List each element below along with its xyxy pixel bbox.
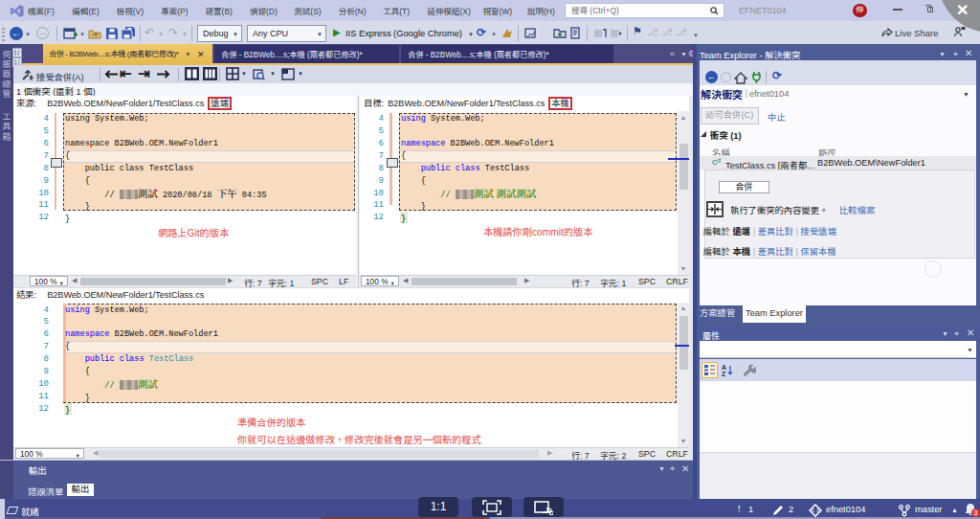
svg-text:Z: Z — [722, 371, 726, 376]
svg-text:A: A — [722, 364, 726, 371]
